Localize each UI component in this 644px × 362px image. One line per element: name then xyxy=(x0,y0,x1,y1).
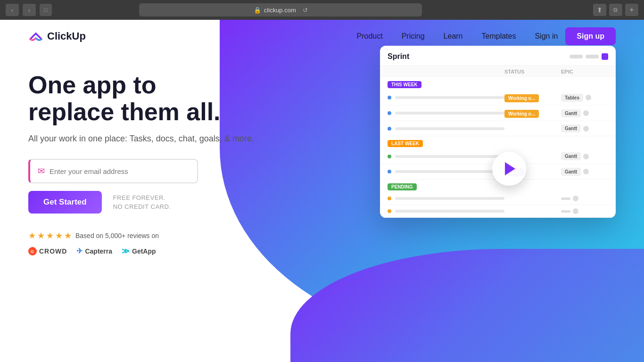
svg-text:G: G xyxy=(31,249,34,254)
status-chip: Working o... xyxy=(504,94,539,102)
rc-dot xyxy=(586,95,591,100)
table-row xyxy=(380,192,616,205)
badge-pending: PENDING xyxy=(388,183,417,190)
capterra-text: Capterra xyxy=(85,247,112,255)
nav-product[interactable]: Product xyxy=(357,32,383,41)
play-triangle-icon xyxy=(505,162,515,175)
sprint-title: Sprint xyxy=(388,52,409,61)
rc-dot xyxy=(583,154,589,159)
rc-dot xyxy=(573,196,578,201)
window-button[interactable]: ⧉ xyxy=(609,4,622,16)
main-page: ClickUp Product Pricing Learn Templates … xyxy=(0,20,644,362)
hero-headline: One app to replace them all. xyxy=(28,72,292,125)
epic-chip: Gantt xyxy=(561,109,581,117)
crowd-text: CROWD xyxy=(39,247,67,255)
table-header-row: STATUS EPIC xyxy=(380,66,616,77)
review-text: Based on 5,000+ reviews on xyxy=(75,232,159,239)
task-dot xyxy=(388,209,391,213)
th-epic: EPIC xyxy=(561,69,608,74)
email-form: ✉ xyxy=(28,159,198,183)
row-controls: Gantt xyxy=(561,124,608,132)
task-bar xyxy=(395,170,504,173)
app-screenshot: Sprint STATUS EPIC THIS WEEK Working o..… xyxy=(380,46,616,218)
add-button[interactable]: + xyxy=(625,4,638,16)
get-started-button[interactable]: Get Started xyxy=(28,191,102,214)
play-button[interactable] xyxy=(492,152,526,186)
address-bar[interactable]: 🔒 clickup.com ↺ xyxy=(139,3,422,16)
lock-icon: 🔒 xyxy=(254,7,261,14)
capterra-logo: ✈ Capterra xyxy=(76,247,112,255)
signin-button[interactable]: Sign in xyxy=(535,32,558,41)
free-text: FREE FOREVER. NO CREDIT CARD. xyxy=(113,193,171,212)
task-bar xyxy=(395,210,504,213)
headline-line2: replace them all. xyxy=(28,98,221,125)
g2-icon: G xyxy=(28,247,37,255)
star-2: ★ xyxy=(37,230,45,241)
row-controls: Gantt xyxy=(561,109,608,117)
ctrl-bar-2 xyxy=(586,55,599,58)
badge-this-week: THIS WEEK xyxy=(388,81,421,88)
task-dot xyxy=(388,170,391,173)
row-controls xyxy=(561,196,608,201)
rc-dot xyxy=(583,110,589,116)
forward-button[interactable]: › xyxy=(23,4,36,16)
navbar: ClickUp Product Pricing Learn Templates … xyxy=(0,20,644,53)
task-dot xyxy=(388,197,391,200)
tab-button[interactable]: □ xyxy=(40,4,52,16)
share-button[interactable]: ⬆ xyxy=(593,4,606,16)
logo-text: ClickUp xyxy=(47,30,86,42)
status-chip: Working o... xyxy=(504,110,539,118)
table-row xyxy=(380,205,616,218)
reviews-row: ★ ★ ★ ★ ★ Based on 5,000+ reviews on xyxy=(28,230,616,241)
row-controls: Tables xyxy=(561,94,608,102)
url-text: clickup.com xyxy=(264,7,296,14)
epic-chip: Gantt xyxy=(561,168,581,176)
badge-last-week: LAST WEEK xyxy=(388,140,423,147)
epic-chip: Gantt xyxy=(561,152,581,160)
row-controls: Gantt xyxy=(561,168,608,176)
star-4: ★ xyxy=(55,230,63,241)
reload-icon: ↺ xyxy=(303,7,308,14)
email-icon: ✉ xyxy=(38,166,45,176)
row-controls: Gantt xyxy=(561,152,608,160)
back-button[interactable]: ‹ xyxy=(6,4,19,16)
headline-line1: One app to xyxy=(28,71,157,99)
browser-actions: ⬆ ⧉ + xyxy=(593,4,638,16)
task-dot xyxy=(388,111,391,115)
task-bar xyxy=(395,155,504,158)
task-dot xyxy=(388,96,391,99)
th-task xyxy=(388,69,504,74)
browser-chrome: ‹ › □ 🔒 clickup.com ↺ ⬆ ⧉ + xyxy=(0,0,644,20)
epic-chip: Tables xyxy=(561,94,583,102)
logo-icon xyxy=(28,29,43,44)
task-dot xyxy=(388,155,391,158)
star-5: ★ xyxy=(64,230,72,241)
email-input[interactable] xyxy=(50,167,190,175)
ctrl-dot xyxy=(602,53,608,60)
free-line1: FREE FOREVER. xyxy=(113,193,171,203)
task-bar xyxy=(395,197,504,200)
nav-learn[interactable]: Learn xyxy=(444,32,463,41)
rc-bar xyxy=(561,197,570,200)
rc-dot xyxy=(583,126,589,132)
star-1: ★ xyxy=(28,230,36,241)
stars: ★ ★ ★ ★ ★ xyxy=(28,230,72,241)
nav-pricing[interactable]: Pricing xyxy=(402,32,425,41)
getapp-text: GetApp xyxy=(132,247,156,255)
table-row: Working o... Gantt xyxy=(380,106,616,121)
review-logos: G CROWD ✈ Capterra ≫ GetApp xyxy=(28,247,616,255)
epic-chip: Gantt xyxy=(561,124,581,132)
rc-dot xyxy=(573,208,578,214)
header-controls xyxy=(570,53,608,60)
nav-actions: Sign in Sign up xyxy=(535,27,616,45)
signup-button[interactable]: Sign up xyxy=(565,27,616,45)
nav-templates[interactable]: Templates xyxy=(482,32,516,41)
rc-bar xyxy=(561,210,570,213)
logo-link[interactable]: ClickUp xyxy=(28,29,86,44)
ctrl-bar-1 xyxy=(570,55,583,58)
star-3: ★ xyxy=(46,230,54,241)
getapp-logo: ≫ GetApp xyxy=(122,247,156,255)
task-bar xyxy=(395,96,504,99)
nav-links: Product Pricing Learn Templates xyxy=(357,32,516,41)
task-bar xyxy=(395,127,504,130)
